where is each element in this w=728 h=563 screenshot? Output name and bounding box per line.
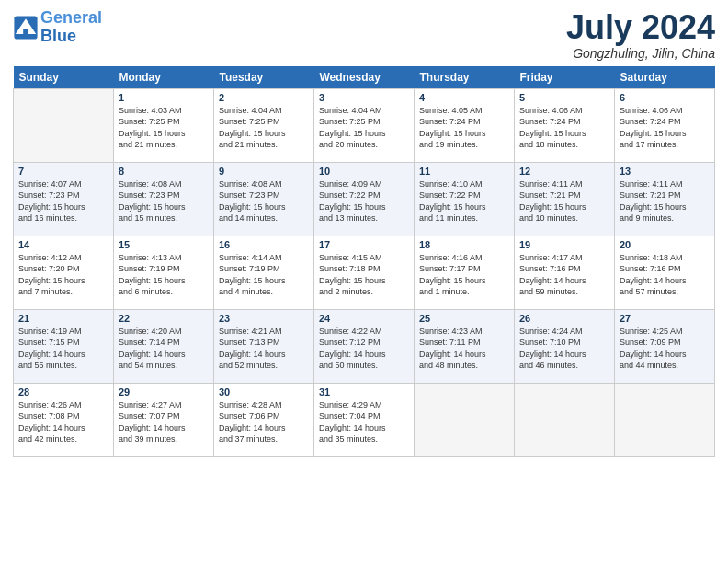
day-cell: 7Sunrise: 4:07 AM Sunset: 7:23 PM Daylig… bbox=[14, 162, 114, 236]
logo: General Blue bbox=[13, 9, 102, 46]
day-cell: 24Sunrise: 4:22 AM Sunset: 7:12 PM Dayli… bbox=[314, 309, 415, 383]
day-info: Sunrise: 4:24 AM Sunset: 7:10 PM Dayligh… bbox=[519, 326, 609, 372]
day-number: 30 bbox=[219, 386, 309, 397]
header-tuesday: Tuesday bbox=[214, 66, 314, 89]
calendar-table: SundayMondayTuesdayWednesdayThursdayFrid… bbox=[13, 66, 715, 457]
day-number: 11 bbox=[419, 166, 509, 177]
day-cell: 15Sunrise: 4:13 AM Sunset: 7:19 PM Dayli… bbox=[114, 236, 214, 309]
day-cell: 26Sunrise: 4:24 AM Sunset: 7:10 PM Dayli… bbox=[515, 309, 615, 383]
day-number: 13 bbox=[620, 166, 710, 177]
day-info: Sunrise: 4:19 AM Sunset: 7:15 PM Dayligh… bbox=[18, 326, 108, 372]
day-cell: 18Sunrise: 4:16 AM Sunset: 7:17 PM Dayli… bbox=[415, 236, 515, 309]
week-row-4: 21Sunrise: 4:19 AM Sunset: 7:15 PM Dayli… bbox=[14, 309, 715, 383]
header-monday: Monday bbox=[114, 66, 214, 89]
day-number: 19 bbox=[519, 239, 609, 250]
day-cell bbox=[515, 383, 615, 456]
day-cell: 21Sunrise: 4:19 AM Sunset: 7:15 PM Dayli… bbox=[14, 309, 114, 383]
day-number: 1 bbox=[119, 92, 209, 103]
day-info: Sunrise: 4:07 AM Sunset: 7:23 PM Dayligh… bbox=[18, 178, 108, 224]
day-info: Sunrise: 4:09 AM Sunset: 7:22 PM Dayligh… bbox=[319, 178, 409, 224]
day-info: Sunrise: 4:14 AM Sunset: 7:19 PM Dayligh… bbox=[219, 252, 309, 298]
day-cell: 10Sunrise: 4:09 AM Sunset: 7:22 PM Dayli… bbox=[314, 162, 415, 236]
day-info: Sunrise: 4:17 AM Sunset: 7:16 PM Dayligh… bbox=[519, 252, 609, 298]
day-info: Sunrise: 4:11 AM Sunset: 7:21 PM Dayligh… bbox=[519, 178, 609, 224]
day-number: 21 bbox=[18, 313, 108, 324]
day-cell: 12Sunrise: 4:11 AM Sunset: 7:21 PM Dayli… bbox=[515, 162, 615, 236]
day-cell: 25Sunrise: 4:23 AM Sunset: 7:11 PM Dayli… bbox=[415, 309, 515, 383]
day-number: 24 bbox=[319, 313, 409, 324]
day-info: Sunrise: 4:12 AM Sunset: 7:20 PM Dayligh… bbox=[18, 252, 108, 298]
day-info: Sunrise: 4:15 AM Sunset: 7:18 PM Dayligh… bbox=[319, 252, 409, 298]
day-info: Sunrise: 4:08 AM Sunset: 7:23 PM Dayligh… bbox=[119, 178, 209, 224]
day-info: Sunrise: 4:26 AM Sunset: 7:08 PM Dayligh… bbox=[18, 399, 108, 445]
day-cell: 6Sunrise: 4:06 AM Sunset: 7:24 PM Daylig… bbox=[615, 88, 715, 162]
day-info: Sunrise: 4:29 AM Sunset: 7:04 PM Dayligh… bbox=[319, 399, 409, 445]
day-number: 17 bbox=[319, 239, 409, 250]
day-info: Sunrise: 4:06 AM Sunset: 7:24 PM Dayligh… bbox=[519, 105, 609, 151]
day-number: 4 bbox=[419, 92, 509, 103]
day-number: 10 bbox=[319, 166, 409, 177]
day-number: 27 bbox=[620, 313, 710, 324]
day-cell bbox=[415, 383, 515, 456]
day-number: 15 bbox=[119, 239, 209, 250]
day-number: 29 bbox=[119, 386, 209, 397]
day-cell bbox=[14, 88, 114, 162]
day-number: 7 bbox=[18, 166, 108, 177]
day-cell: 11Sunrise: 4:10 AM Sunset: 7:22 PM Dayli… bbox=[415, 162, 515, 236]
day-info: Sunrise: 4:28 AM Sunset: 7:06 PM Dayligh… bbox=[219, 399, 309, 445]
day-cell: 9Sunrise: 4:08 AM Sunset: 7:23 PM Daylig… bbox=[214, 162, 314, 236]
day-info: Sunrise: 4:22 AM Sunset: 7:12 PM Dayligh… bbox=[319, 326, 409, 372]
week-row-3: 14Sunrise: 4:12 AM Sunset: 7:20 PM Dayli… bbox=[14, 236, 715, 309]
day-cell: 27Sunrise: 4:25 AM Sunset: 7:09 PM Dayli… bbox=[615, 309, 715, 383]
day-cell: 28Sunrise: 4:26 AM Sunset: 7:08 PM Dayli… bbox=[14, 383, 114, 456]
week-row-5: 28Sunrise: 4:26 AM Sunset: 7:08 PM Dayli… bbox=[14, 383, 715, 456]
day-info: Sunrise: 4:21 AM Sunset: 7:13 PM Dayligh… bbox=[219, 326, 309, 372]
day-number: 22 bbox=[119, 313, 209, 324]
day-info: Sunrise: 4:23 AM Sunset: 7:11 PM Dayligh… bbox=[419, 326, 509, 372]
location: Gongzhuling, Jilin, China bbox=[566, 46, 715, 61]
day-info: Sunrise: 4:06 AM Sunset: 7:24 PM Dayligh… bbox=[620, 105, 710, 151]
day-info: Sunrise: 4:05 AM Sunset: 7:24 PM Dayligh… bbox=[419, 105, 509, 151]
day-info: Sunrise: 4:03 AM Sunset: 7:25 PM Dayligh… bbox=[119, 105, 209, 151]
day-cell: 29Sunrise: 4:27 AM Sunset: 7:07 PM Dayli… bbox=[114, 383, 214, 456]
header-friday: Friday bbox=[515, 66, 615, 89]
day-number: 12 bbox=[519, 166, 609, 177]
day-number: 18 bbox=[419, 239, 509, 250]
day-cell: 30Sunrise: 4:28 AM Sunset: 7:06 PM Dayli… bbox=[214, 383, 314, 456]
day-info: Sunrise: 4:25 AM Sunset: 7:09 PM Dayligh… bbox=[620, 326, 710, 372]
day-cell: 3Sunrise: 4:04 AM Sunset: 7:25 PM Daylig… bbox=[314, 88, 415, 162]
day-cell: 17Sunrise: 4:15 AM Sunset: 7:18 PM Dayli… bbox=[314, 236, 415, 309]
day-info: Sunrise: 4:20 AM Sunset: 7:14 PM Dayligh… bbox=[119, 326, 209, 372]
header-row: SundayMondayTuesdayWednesdayThursdayFrid… bbox=[14, 66, 715, 89]
day-cell: 31Sunrise: 4:29 AM Sunset: 7:04 PM Dayli… bbox=[314, 383, 415, 456]
day-info: Sunrise: 4:18 AM Sunset: 7:16 PM Dayligh… bbox=[620, 252, 710, 298]
day-number: 25 bbox=[419, 313, 509, 324]
day-number: 6 bbox=[620, 92, 710, 103]
day-cell: 5Sunrise: 4:06 AM Sunset: 7:24 PM Daylig… bbox=[515, 88, 615, 162]
day-cell: 1Sunrise: 4:03 AM Sunset: 7:25 PM Daylig… bbox=[114, 88, 214, 162]
header-wednesday: Wednesday bbox=[314, 66, 415, 89]
day-cell: 8Sunrise: 4:08 AM Sunset: 7:23 PM Daylig… bbox=[114, 162, 214, 236]
day-info: Sunrise: 4:16 AM Sunset: 7:17 PM Dayligh… bbox=[419, 252, 509, 298]
header-thursday: Thursday bbox=[415, 66, 515, 89]
month-title: July 2024 bbox=[566, 9, 715, 46]
day-cell: 20Sunrise: 4:18 AM Sunset: 7:16 PM Dayli… bbox=[615, 236, 715, 309]
day-number: 31 bbox=[319, 386, 409, 397]
title-block: July 2024 Gongzhuling, Jilin, China bbox=[566, 9, 715, 61]
day-cell: 13Sunrise: 4:11 AM Sunset: 7:21 PM Dayli… bbox=[615, 162, 715, 236]
day-number: 28 bbox=[18, 386, 108, 397]
day-number: 3 bbox=[319, 92, 409, 103]
svg-rect-2 bbox=[23, 29, 28, 35]
day-info: Sunrise: 4:13 AM Sunset: 7:19 PM Dayligh… bbox=[119, 252, 209, 298]
day-number: 9 bbox=[219, 166, 309, 177]
day-cell: 19Sunrise: 4:17 AM Sunset: 7:16 PM Dayli… bbox=[515, 236, 615, 309]
logo-icon bbox=[13, 15, 39, 40]
day-cell: 4Sunrise: 4:05 AM Sunset: 7:24 PM Daylig… bbox=[415, 88, 515, 162]
day-info: Sunrise: 4:04 AM Sunset: 7:25 PM Dayligh… bbox=[319, 105, 409, 151]
logo-blue: Blue bbox=[40, 27, 76, 45]
header: General Blue July 2024 Gongzhuling, Jili… bbox=[13, 9, 715, 61]
day-info: Sunrise: 4:10 AM Sunset: 7:22 PM Dayligh… bbox=[419, 178, 509, 224]
header-sunday: Sunday bbox=[14, 66, 114, 89]
day-number: 8 bbox=[119, 166, 209, 177]
day-info: Sunrise: 4:11 AM Sunset: 7:21 PM Dayligh… bbox=[620, 178, 710, 224]
